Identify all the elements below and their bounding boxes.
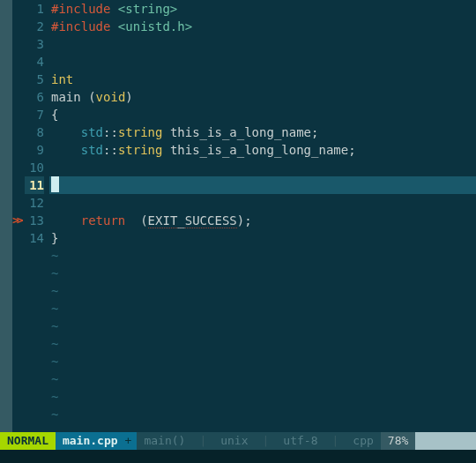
fold-gutter xyxy=(0,0,12,432)
mode-indicator: NORMAL xyxy=(0,432,56,450)
line-number: 3 xyxy=(25,35,44,53)
token-ns: std xyxy=(81,143,103,157)
token-typ: void xyxy=(96,90,126,104)
empty-line-tilde: ~ xyxy=(49,300,476,317)
token-pr: ; xyxy=(244,213,251,228)
token-inc: <string> xyxy=(118,2,177,16)
token-id xyxy=(51,125,81,139)
code-line[interactable]: #include <unistd.h> xyxy=(49,18,476,35)
line-number: 8 xyxy=(25,123,44,141)
empty-line-tilde: ~ xyxy=(49,317,476,335)
line-number: 14 xyxy=(25,229,44,247)
empty-line-tilde: ~ xyxy=(49,265,476,282)
token-inc: <unistd.h> xyxy=(118,19,192,34)
line-number: 12 xyxy=(25,194,44,212)
empty-line-tilde: ~ xyxy=(49,247,476,265)
status-line: NORMAL main.cpp + main() | unix | utf-8 … xyxy=(0,432,476,450)
token-typ: string xyxy=(118,143,163,157)
empty-line-tilde: ~ xyxy=(49,282,476,300)
separator-icon: | xyxy=(256,432,277,450)
token-pr: ; xyxy=(348,143,355,157)
token-pr: ; xyxy=(311,125,318,139)
code-line[interactable]: } xyxy=(49,229,476,247)
line-col-indicator: LN 11:1 xyxy=(415,432,476,450)
line-number: 10 xyxy=(25,159,44,176)
code-line[interactable]: #include <string> xyxy=(49,0,476,18)
modified-flag: + xyxy=(125,432,138,450)
encoding: utf-8 xyxy=(276,432,324,450)
token-pr: :: xyxy=(103,125,118,139)
code-line[interactable]: int xyxy=(49,71,476,88)
token-pp: #include xyxy=(51,2,118,16)
token-pr: ) xyxy=(125,90,132,104)
token-con: EXIT_SUCCESS xyxy=(148,213,237,228)
vim-editor: >> 1234567891011121314 #include <string>… xyxy=(0,0,476,463)
separator-icon: | xyxy=(325,432,346,450)
token-pr: ) xyxy=(237,213,244,228)
token-id xyxy=(51,143,81,157)
line-number: 1 xyxy=(25,0,44,18)
scroll-percent: 78% xyxy=(381,432,415,450)
code-line[interactable] xyxy=(49,176,476,194)
token-pr: ( xyxy=(88,90,95,104)
token-id xyxy=(51,213,81,228)
code-line[interactable] xyxy=(49,53,476,71)
empty-line-tilde: ~ xyxy=(49,388,476,406)
empty-line-tilde: ~ xyxy=(49,370,476,388)
token-id: this_is_a_long_name xyxy=(162,125,311,139)
line-number: 2 xyxy=(25,18,44,35)
code-line[interactable]: { xyxy=(49,106,476,123)
token-pr: { xyxy=(51,108,58,122)
token-pp: #include xyxy=(51,19,118,34)
token-ns: std xyxy=(81,125,103,139)
line-number-column: 1234567891011121314 xyxy=(25,0,49,432)
code-line[interactable] xyxy=(49,194,476,212)
code-line[interactable]: std::string this_is_a_long_long_name; xyxy=(49,141,476,159)
line-number: 5 xyxy=(25,71,44,88)
token-typ: int xyxy=(51,72,73,86)
line-number: 4 xyxy=(25,53,44,71)
line-number: 11 xyxy=(25,176,44,194)
function-context: main() xyxy=(137,432,192,450)
line-number: 6 xyxy=(25,88,44,106)
code-line[interactable]: return (EXIT_SUCCESS); xyxy=(49,212,476,229)
empty-line-tilde: ~ xyxy=(49,335,476,353)
filename: main.cpp xyxy=(56,432,125,450)
token-id: main xyxy=(51,90,88,104)
sign-column: >> xyxy=(12,0,25,432)
line-number: 9 xyxy=(25,141,44,159)
token-id: this_is_a_long_long_name xyxy=(162,143,348,157)
empty-line-tilde: ~ xyxy=(49,353,476,370)
command-line[interactable] xyxy=(0,450,476,463)
empty-line-tilde: ~ xyxy=(49,406,476,423)
cursor xyxy=(51,176,59,192)
buffer-area[interactable]: >> 1234567891011121314 #include <string>… xyxy=(0,0,476,432)
fileformat: unix xyxy=(213,432,255,450)
token-typ: string xyxy=(118,125,163,139)
code-line[interactable]: main (void) xyxy=(49,88,476,106)
token-id xyxy=(125,213,140,228)
token-kw: return xyxy=(81,213,126,228)
code-line[interactable] xyxy=(49,159,476,176)
token-pr: } xyxy=(51,231,58,245)
separator-icon: | xyxy=(192,432,213,450)
code-area[interactable]: #include <string>#include <unistd.h>intm… xyxy=(49,0,476,432)
line-number: 13 xyxy=(25,212,44,229)
line-number: 7 xyxy=(25,106,44,123)
error-sign-icon: >> xyxy=(12,213,25,227)
code-line[interactable]: std::string this_is_a_long_name; xyxy=(49,123,476,141)
token-pr: ( xyxy=(140,213,147,228)
filetype: cpp xyxy=(346,432,380,450)
code-line[interactable] xyxy=(49,35,476,53)
token-pr: :: xyxy=(103,143,118,157)
